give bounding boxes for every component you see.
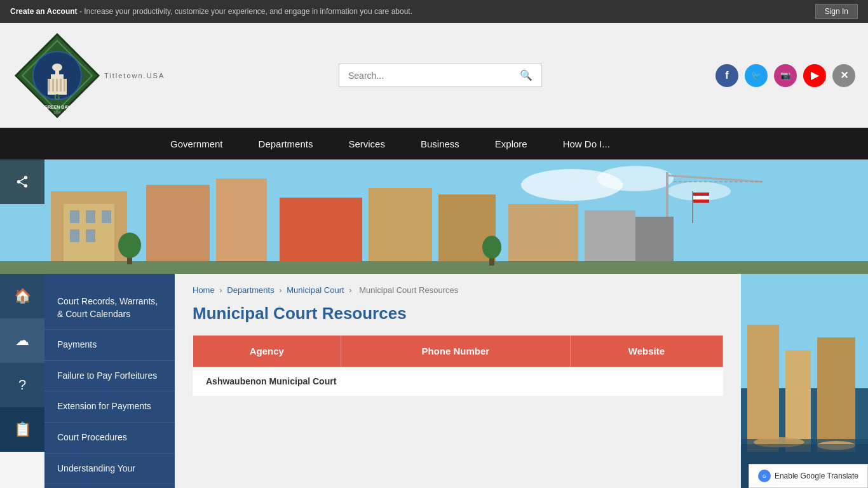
svg-point-39 [118,233,141,258]
svg-rect-8 [52,79,54,92]
svg-rect-49 [747,325,779,452]
nav-item-government[interactable]: Government [153,128,241,159]
svg-rect-7 [48,79,50,92]
google-translate-bar[interactable]: G Enable Google Translate [749,464,868,488]
svg-rect-29 [146,185,210,274]
right-scenic [741,274,868,488]
svg-rect-51 [817,337,855,452]
main-content: Home › Departments › Municipal Court › M… [175,274,741,488]
svg-rect-28 [86,229,95,242]
svg-rect-24 [70,210,79,223]
social-icons: f 🐦 📷 ▶ ✕ [715,64,855,87]
nav-item-business[interactable]: Business [403,128,477,159]
sidebar: Court Records, Warrants, & Court Calenda… [44,274,175,488]
breadcrumb-current: Municipal Court Resources [359,285,458,295]
svg-rect-46 [693,200,709,203]
search-area: 🔍 [165,64,715,87]
breadcrumb-departments[interactable]: Departments [227,285,274,295]
svg-rect-10 [60,79,62,92]
city-tagline: Titletown.USA [104,72,165,79]
breadcrumb: Home › Departments › Municipal Court › M… [193,285,723,295]
content-wrapper: 🏠 ☁ ? 📋 Court Records, Warrants, & Court… [0,274,868,488]
top-bar: Create an Account - Increase your produc… [0,0,868,23]
instagram-icon[interactable]: 📷 [774,64,797,87]
youtube-icon[interactable]: ▶ [803,64,826,87]
twitter-icon[interactable]: 🐦 [745,64,768,87]
sidebar-item-payments[interactable]: Payments [44,330,175,361]
svg-text:G: G [763,473,766,479]
download-toolbar-button[interactable]: ☁ [0,318,44,363]
logo-area: G GREEN BAY 1894 Titletown.USA [13,31,165,120]
header: G GREEN BAY 1894 Titletown.USA 🔍 f 🐦 📷 ▶… [0,23,868,128]
table-header-row: Agency Phone Number Website [193,336,723,367]
top-bar-tagline: - Increase your productivity, customize … [78,7,412,16]
main-nav: Government Departments Services Business… [0,128,868,159]
right-scenic-svg [741,274,868,488]
search-box: 🔍 [339,64,542,87]
svg-rect-25 [86,210,95,223]
breadcrumb-sep1: › [219,285,224,295]
nav-item-how-do-i[interactable]: How Do I... [545,128,628,159]
hero-image [0,159,868,274]
google-translate-icon: G [758,470,771,482]
side-toolbar [0,159,44,204]
side-toolbar-continued: 🏠 ☁ ? 📋 [0,274,44,452]
breadcrumb-sep2: › [279,285,284,295]
svg-point-6 [52,64,62,71]
table-header-agency: Agency [193,336,341,367]
ashwaubenon-court-label: Ashwaubenon Municipal Court [193,367,723,396]
sidebar-item-failure-to-pay[interactable]: Failure to Pay Forfeitures [44,361,175,392]
nav-item-explore[interactable]: Explore [477,128,545,159]
breadcrumb-sep3: › [349,285,354,295]
svg-rect-45 [693,196,709,200]
help-toolbar-button[interactable]: ? [0,363,44,407]
search-button[interactable]: 🔍 [520,69,532,81]
resources-table: Agency Phone Number Website Ashwaubenon … [193,335,723,396]
breadcrumb-home[interactable]: Home [193,285,215,295]
svg-rect-30 [216,179,267,274]
svg-text:G: G [54,93,60,102]
home-toolbar-button[interactable]: 🏠 [0,274,44,318]
hero-svg [0,159,868,274]
svg-rect-11 [64,79,65,92]
svg-rect-32 [369,188,432,274]
page-title: Municipal Court Resources [193,304,723,323]
nav-item-departments[interactable]: Departments [241,128,331,159]
table-header-phone: Phone Number [341,336,570,367]
svg-rect-9 [56,79,58,92]
search-input[interactable] [348,71,520,81]
svg-rect-44 [693,193,709,196]
table-header-website: Website [570,336,722,367]
contact-toolbar-button[interactable]: 📋 [0,407,44,452]
svg-rect-50 [785,350,811,452]
breadcrumb-municipal-court[interactable]: Municipal Court [287,285,344,295]
sidebar-item-understanding[interactable]: Understanding Your [44,454,175,485]
facebook-icon[interactable]: f [715,64,738,87]
sidebar-item-court-procedures[interactable]: Court Procedures [44,423,175,454]
share-button[interactable] [0,159,44,204]
sign-in-button[interactable]: Sign In [815,4,858,19]
svg-text:1894: 1894 [53,111,60,114]
translate-label: Enable Google Translate [775,471,858,480]
svg-text:GREEN BAY: GREEN BAY [44,105,71,109]
table-first-row: Ashwaubenon Municipal Court [193,367,723,396]
svg-rect-27 [70,229,79,242]
create-account-link[interactable]: Create an Account [10,7,78,16]
nav-item-services[interactable]: Services [330,128,403,159]
sidebar-item-extension[interactable]: Extension for Payments [44,391,175,423]
right-panel [741,274,868,488]
svg-point-17 [597,166,674,191]
x-icon[interactable]: ✕ [832,64,855,87]
top-bar-message: Create an Account - Increase your produc… [10,7,412,16]
svg-point-41 [482,236,501,259]
svg-rect-26 [102,210,111,223]
city-logo: G GREEN BAY 1894 [13,31,102,120]
sidebar-item-court-records[interactable]: Court Records, Warrants, & Court Calenda… [44,287,175,330]
